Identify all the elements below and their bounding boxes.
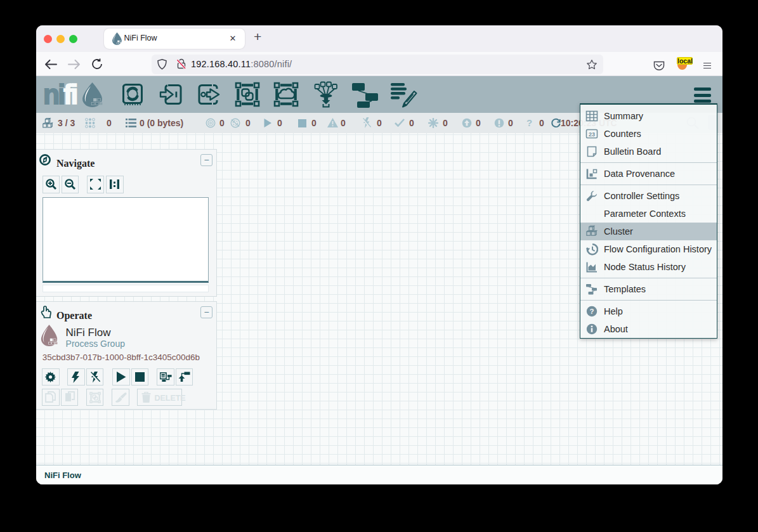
svg-text:23: 23	[589, 131, 595, 138]
svg-text:?: ?	[589, 308, 594, 315]
